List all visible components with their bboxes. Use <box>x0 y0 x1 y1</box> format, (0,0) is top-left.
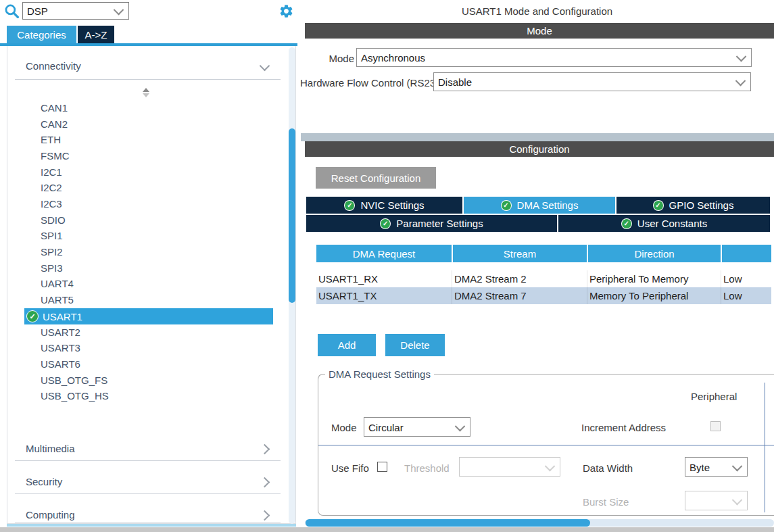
search-icon <box>3 3 20 20</box>
tab-nvic-settings[interactable]: ✓ NVIC Settings <box>306 197 462 214</box>
delete-button[interactable]: Delete <box>385 334 445 356</box>
cubemx-peripheral-config-window: DSP Categories A->Z Connectivity CAN1 CA… <box>0 0 774 532</box>
check-badge-icon: ✓ <box>501 200 512 211</box>
tab-a-to-z[interactable]: A->Z <box>78 26 114 43</box>
cell-dma-request: USART1_RX <box>318 270 378 287</box>
sidebar-section-multimedia[interactable]: Multimedia <box>26 443 75 454</box>
tab-a-to-z-label: A->Z <box>85 29 107 41</box>
check-badge-icon: ✓ <box>380 218 391 229</box>
list-item-usart1-label: USART1 <box>43 311 82 322</box>
list-item-spi1[interactable]: SPI1 <box>7 228 295 244</box>
list-item-spi2[interactable]: SPI2 <box>7 244 295 260</box>
search-filter-select[interactable]: DSP <box>22 2 129 20</box>
divider <box>15 460 281 461</box>
chevron-down-icon <box>733 496 741 504</box>
chevron-down-icon <box>737 77 744 84</box>
list-item-uart5[interactable]: UART5 <box>7 292 295 308</box>
chevron-down-icon <box>546 462 554 470</box>
table-row-selected[interactable]: USART1_TX DMA2 Stream 7 Memory To Periph… <box>316 287 771 304</box>
list-item-spi3[interactable]: SPI3 <box>7 260 295 276</box>
list-item-usart3[interactable]: USART3 <box>7 340 295 356</box>
mode-field-label: Mode <box>300 53 354 64</box>
cell-dma-request: USART1_TX <box>318 287 377 304</box>
list-item-usart2[interactable]: USART2 <box>7 324 295 341</box>
tab-gpio-settings-label: GPIO Settings <box>669 199 734 211</box>
divider <box>15 523 281 523</box>
tab-categories-label: Categories <box>17 29 66 41</box>
check-badge-icon: ✓ <box>344 200 355 211</box>
hw-flow-control-value: Disable <box>438 76 472 88</box>
increment-address-label: Increment Address <box>581 422 666 433</box>
divider <box>15 493 281 494</box>
dma-request-settings-legend: DMA Request Settings <box>325 368 434 380</box>
reset-configuration-button[interactable]: Reset Configuration <box>316 167 436 189</box>
check-badge-icon: ✓ <box>653 200 664 211</box>
window-bottom-strip <box>0 527 774 532</box>
gear-icon[interactable] <box>279 3 294 19</box>
search-filter-value: DSP <box>27 5 48 17</box>
chevron-down-icon <box>456 422 464 430</box>
triangle-down-icon <box>143 93 149 97</box>
chevron-down-icon <box>115 6 122 14</box>
list-item-uart4[interactable]: UART4 <box>7 276 295 292</box>
list-item-sdio[interactable]: SDIO <box>7 212 295 228</box>
cell-separator <box>587 270 587 287</box>
sidebar-bottom-bar <box>7 524 296 527</box>
sidebar-section-connectivity[interactable]: Connectivity <box>26 60 81 72</box>
cell-direction: Memory To Peripheral <box>589 287 688 304</box>
list-item-eth[interactable]: ETH <box>7 132 295 148</box>
cell-direction: Peripheral To Memory <box>589 270 688 287</box>
use-fifo-checkbox[interactable] <box>377 462 387 472</box>
sidebar-scrollbar-thumb[interactable] <box>289 128 295 303</box>
burst-size-select[interactable] <box>685 491 748 510</box>
add-button[interactable]: Add <box>318 334 376 356</box>
tab-parameter-settings[interactable]: ✓ Parameter Settings <box>306 215 557 232</box>
cell-separator <box>587 287 587 304</box>
scroll-up-indicator[interactable] <box>143 88 149 97</box>
list-item-i2c1[interactable]: I2C1 <box>7 164 295 180</box>
divider <box>15 79 281 80</box>
hw-flow-control-select[interactable]: Disable <box>433 72 751 91</box>
column-divider <box>765 383 765 512</box>
list-item-i2c2[interactable]: I2C2 <box>7 180 295 196</box>
page-title: USART1 Mode and Configuration <box>300 5 774 17</box>
table-header-direction[interactable]: Direction <box>588 245 721 262</box>
list-item-usb-otg-hs[interactable]: USB_OTG_HS <box>7 388 295 404</box>
horizontal-scrollbar-thumb[interactable] <box>306 519 590 527</box>
data-width-value: Byte <box>690 461 710 473</box>
list-item-usart1-selected[interactable]: ✓ USART1 <box>24 308 273 324</box>
list-item-fsmc[interactable]: FSMC <box>7 148 295 164</box>
tab-user-constants[interactable]: ✓ User Constants <box>558 215 770 232</box>
mode-section-bar-label: Mode <box>527 25 552 37</box>
list-item-usb-otg-fs[interactable]: USB_OTG_FS <box>7 372 295 389</box>
list-item-can1[interactable]: CAN1 <box>7 100 295 116</box>
sidebar-section-computing[interactable]: Computing <box>26 509 75 521</box>
tab-parameter-settings-label: Parameter Settings <box>396 218 483 229</box>
mode-select[interactable]: Asynchronous <box>356 48 752 67</box>
mode-select-value: Asynchronous <box>361 52 425 64</box>
configuration-section-bar: Configuration <box>305 141 774 157</box>
tab-gpio-settings[interactable]: ✓ GPIO Settings <box>616 197 770 214</box>
sidebar-section-security[interactable]: Security <box>26 476 62 487</box>
use-fifo-label: Use Fifo <box>331 462 369 474</box>
table-row[interactable]: USART1_RX DMA2 Stream 2 Peripheral To Me… <box>316 270 771 287</box>
section-separator-band <box>301 133 774 141</box>
table-header-dma-request[interactable]: DMA Request <box>316 245 452 262</box>
dma-mode-value: Circular <box>368 421 404 433</box>
tab-nvic-settings-label: NVIC Settings <box>360 199 424 211</box>
cell-priority: Low <box>723 287 742 304</box>
table-header-priority[interactable] <box>722 245 771 262</box>
table-header-stream[interactable]: Stream <box>453 245 587 262</box>
list-item-i2c3[interactable]: I2C3 <box>7 196 295 212</box>
data-width-select[interactable]: Byte <box>685 457 748 477</box>
increment-address-checkbox[interactable] <box>710 421 721 431</box>
dma-mode-select[interactable]: Circular <box>364 417 470 437</box>
list-item-can2[interactable]: CAN2 <box>7 116 295 132</box>
list-item-usart6[interactable]: USART6 <box>7 356 295 372</box>
tab-dma-settings[interactable]: ✓ DMA Settings <box>464 197 615 214</box>
threshold-select[interactable] <box>459 457 560 477</box>
hw-flow-control-label: Hardware Flow Control (RS232) <box>300 77 431 89</box>
cell-stream: DMA2 Stream 2 <box>454 270 527 287</box>
cell-separator <box>452 270 452 287</box>
tab-categories[interactable]: Categories <box>7 26 76 43</box>
